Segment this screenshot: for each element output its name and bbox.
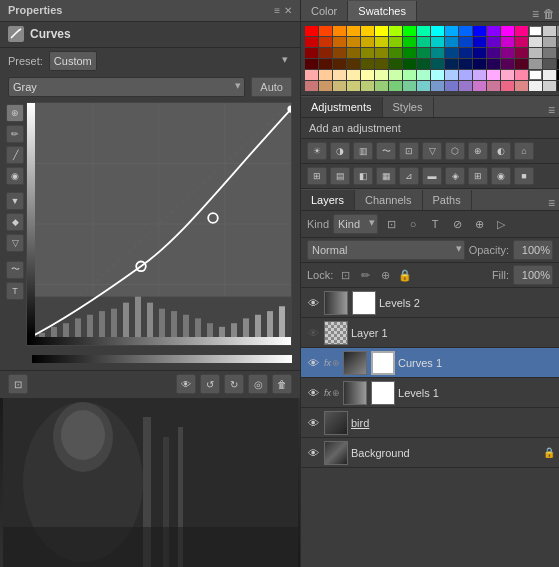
swatch[interactable] [319, 59, 332, 69]
bw-icon[interactable]: ◐ [491, 142, 511, 160]
lock-pixels-icon[interactable]: ⊡ [337, 267, 353, 283]
reset-button[interactable]: ↻ [224, 374, 244, 394]
layer-visibility-curves1[interactable]: 👁 [305, 355, 321, 371]
swatch[interactable] [305, 59, 318, 69]
swatch[interactable] [431, 48, 444, 58]
layer-item-levels2[interactable]: 👁 Levels 2 [301, 288, 559, 318]
solid-color-icon[interactable]: ■ [514, 167, 534, 185]
swatches-delete-icon[interactable]: 🗑 [543, 7, 555, 21]
lock-artboard-icon[interactable]: ⊕ [377, 267, 393, 283]
layer-item-bird[interactable]: 👁 bird [301, 408, 559, 438]
swatch[interactable] [333, 48, 346, 58]
layer-item-layer1[interactable]: 👁 Layer 1 [301, 318, 559, 348]
layer-item-background[interactable]: 👁 Background 🔒 [301, 438, 559, 468]
gradient-map-icon[interactable]: ▬ [422, 167, 442, 185]
swatch[interactable] [473, 26, 486, 36]
lock-position-icon[interactable]: ✏ [357, 267, 373, 283]
smart-icon[interactable]: ◉ [491, 167, 511, 185]
swatch[interactable] [501, 26, 514, 36]
swatch[interactable] [361, 48, 374, 58]
swatch[interactable] [333, 26, 346, 36]
swatch[interactable] [403, 81, 416, 91]
swatch[interactable] [515, 59, 528, 69]
swatch[interactable] [543, 59, 556, 69]
layer-visibility-bird[interactable]: 👁 [305, 415, 321, 431]
tab-swatches[interactable]: Swatches [348, 1, 417, 21]
swatch[interactable] [529, 81, 542, 91]
close-icon[interactable]: ✕ [284, 5, 292, 16]
swatch[interactable] [347, 59, 360, 69]
exposure-icon[interactable]: ⊡ [399, 142, 419, 160]
swatch[interactable] [487, 70, 500, 80]
swatch[interactable] [543, 37, 556, 47]
layer-visibility-levels2[interactable]: 👁 [305, 295, 321, 311]
swatch[interactable] [459, 70, 472, 80]
selective-color-icon[interactable]: ◈ [445, 167, 465, 185]
filter-smart-icon[interactable]: ⊕ [470, 215, 488, 233]
lock-all-icon[interactable]: 🔒 [397, 267, 413, 283]
gray-point-tool[interactable]: ◆ [6, 213, 24, 231]
color-lookup-icon[interactable]: ▤ [330, 167, 350, 185]
swatch[interactable] [417, 37, 430, 47]
layer-visibility-layer1[interactable]: 👁 [305, 325, 321, 341]
tab-styles[interactable]: Styles [383, 97, 434, 117]
curves-icon[interactable]: 〜 [376, 142, 396, 160]
undo-button[interactable]: ↺ [200, 374, 220, 394]
threshold-icon[interactable]: ⊿ [399, 167, 419, 185]
swatch[interactable] [515, 81, 528, 91]
swatch[interactable] [305, 81, 318, 91]
swatch[interactable] [445, 59, 458, 69]
swatch[interactable] [305, 70, 318, 80]
layer-visibility-background[interactable]: 👁 [305, 445, 321, 461]
swatch[interactable] [375, 59, 388, 69]
swatch[interactable] [333, 70, 346, 80]
swatch[interactable] [333, 59, 346, 69]
brightness-icon[interactable]: ☀ [307, 142, 327, 160]
swatch[interactable] [375, 26, 388, 36]
preset-select[interactable]: Custom [49, 51, 97, 71]
posterize-icon[interactable]: ▦ [376, 167, 396, 185]
layer-visibility-levels1[interactable]: 👁 [305, 385, 321, 401]
swatch[interactable] [431, 37, 444, 47]
white-point-tool[interactable]: ▽ [6, 234, 24, 252]
swatch[interactable] [347, 81, 360, 91]
swatch[interactable] [389, 59, 402, 69]
swatch[interactable] [319, 70, 332, 80]
swatch[interactable] [319, 26, 332, 36]
swatch[interactable] [375, 37, 388, 47]
swatch[interactable] [487, 48, 500, 58]
channel-select[interactable]: Gray [8, 77, 245, 97]
swatch[interactable] [361, 26, 374, 36]
channel-mixer-icon[interactable]: ⊞ [307, 167, 327, 185]
text-tool[interactable]: T [6, 282, 24, 300]
swatch[interactable] [319, 81, 332, 91]
swatch[interactable] [473, 37, 486, 47]
swatch[interactable] [417, 48, 430, 58]
swatch[interactable] [459, 26, 472, 36]
swatch[interactable] [333, 37, 346, 47]
swatch[interactable] [375, 81, 388, 91]
swatch[interactable] [333, 81, 346, 91]
swatch[interactable] [403, 48, 416, 58]
clip-layer-button[interactable]: ⊡ [8, 374, 28, 394]
swatch[interactable] [445, 70, 458, 80]
swatch[interactable] [487, 59, 500, 69]
swatch[interactable] [319, 37, 332, 47]
swatch[interactable] [459, 81, 472, 91]
pattern-icon[interactable]: ⊞ [468, 167, 488, 185]
invert-icon[interactable]: ◧ [353, 167, 373, 185]
tab-color[interactable]: Color [301, 1, 348, 21]
pointer-tool[interactable]: ⊕ [6, 104, 24, 122]
swatch[interactable] [361, 81, 374, 91]
tab-adjustments[interactable]: Adjustments [301, 97, 383, 117]
swatch[interactable] [417, 70, 430, 80]
expand-icon[interactable]: ≡ [274, 5, 280, 16]
swatch[interactable] [375, 70, 388, 80]
swatch[interactable] [389, 70, 402, 80]
swatch[interactable] [459, 59, 472, 69]
swatch[interactable] [445, 37, 458, 47]
swatch[interactable] [361, 59, 374, 69]
swatch[interactable] [347, 48, 360, 58]
swatch[interactable] [501, 81, 514, 91]
swatch[interactable] [529, 37, 542, 47]
